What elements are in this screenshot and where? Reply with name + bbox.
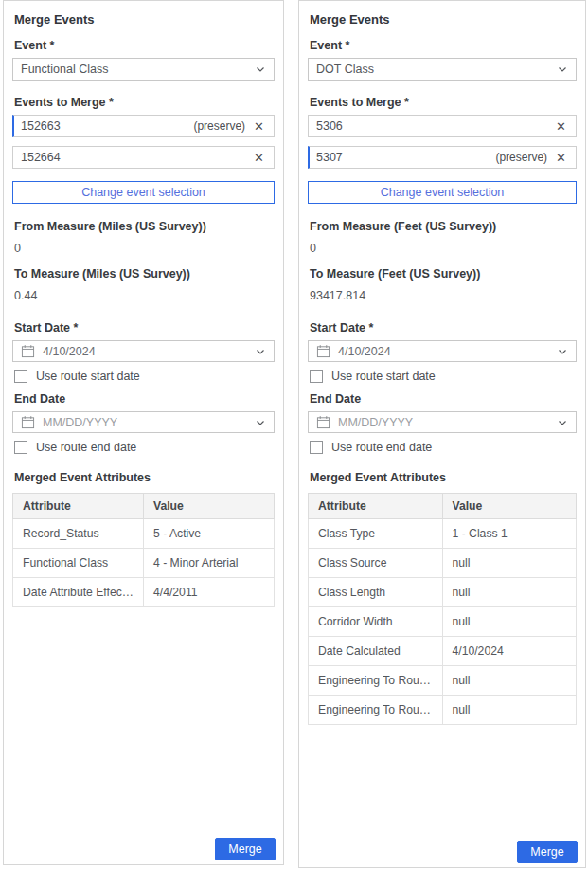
start-date-picker[interactable]: 4/10/2024 bbox=[12, 340, 275, 362]
table-cell: Engineering To Route ... bbox=[309, 696, 443, 725]
calendar-icon bbox=[316, 344, 330, 358]
event-to-merge-input[interactable]: 152663 (preserve) ✕ bbox=[12, 115, 275, 137]
use-route-start-date-row: Use route start date bbox=[310, 370, 577, 383]
table-row: Date Attribute Effective4/4/2011 bbox=[13, 578, 275, 607]
from-measure-label: From Measure (Feet (US Survey)) bbox=[310, 220, 577, 233]
table-cell: null bbox=[442, 549, 577, 578]
table-cell: 5 - Active bbox=[144, 519, 275, 549]
remove-event-icon[interactable]: ✕ bbox=[252, 151, 266, 165]
merged-event-attributes-title: Merged Event Attributes bbox=[310, 471, 577, 484]
table-cell: null bbox=[442, 666, 577, 696]
table-cell: 1 - Class 1 bbox=[442, 519, 577, 549]
chevron-down-icon bbox=[255, 63, 266, 75]
chevron-down-icon bbox=[255, 417, 266, 428]
table-row: Class Lengthnull bbox=[309, 578, 577, 607]
change-event-selection-button[interactable]: Change event selection bbox=[308, 181, 577, 204]
use-route-start-date-row: Use route start date bbox=[14, 370, 275, 383]
end-date-picker[interactable]: MM/DD/YYYY bbox=[12, 411, 275, 433]
end-date-placeholder: MM/DD/YYYY bbox=[43, 416, 247, 429]
table-cell: Date Attribute Effective bbox=[13, 578, 144, 607]
end-date-label: End Date bbox=[14, 392, 275, 406]
start-date-picker[interactable]: 4/10/2024 bbox=[308, 340, 577, 362]
use-route-end-date-label: Use route end date bbox=[331, 441, 432, 454]
event-id: 5307 bbox=[316, 151, 495, 164]
calendar-icon bbox=[21, 415, 35, 429]
use-route-start-date-checkbox[interactable] bbox=[310, 370, 323, 383]
calendar-icon bbox=[21, 344, 35, 358]
table-cell: Class Source bbox=[309, 549, 443, 578]
use-route-end-date-checkbox[interactable] bbox=[310, 441, 323, 454]
end-date-picker[interactable]: MM/DD/YYYY bbox=[308, 411, 577, 433]
from-measure-label: From Measure (Miles (US Survey)) bbox=[14, 220, 275, 233]
event-label: Event * bbox=[310, 39, 577, 52]
panel-title: Merge Events bbox=[310, 12, 577, 27]
table-row: Record_Status5 - Active bbox=[13, 519, 275, 549]
table-cell: Date Calculated bbox=[309, 637, 443, 666]
table-cell: Functional Class bbox=[13, 549, 144, 578]
use-route-start-date-checkbox[interactable] bbox=[14, 370, 27, 383]
to-measure-label: To Measure (Miles (US Survey)) bbox=[14, 267, 275, 281]
end-date-placeholder: MM/DD/YYYY bbox=[338, 416, 549, 429]
table-cell: Corridor Width bbox=[309, 607, 443, 637]
merge-button[interactable]: Merge bbox=[215, 838, 276, 860]
change-event-selection-button[interactable]: Change event selection bbox=[12, 181, 275, 204]
start-date-value: 4/10/2024 bbox=[338, 345, 549, 358]
table-cell: null bbox=[442, 578, 577, 607]
table-row: Class Type1 - Class 1 bbox=[309, 519, 577, 549]
from-measure-value: 0 bbox=[14, 242, 275, 255]
event-select[interactable]: Functional Class bbox=[12, 58, 275, 81]
start-date-label: Start Date * bbox=[310, 321, 577, 335]
remove-event-icon[interactable]: ✕ bbox=[554, 119, 568, 134]
table-cell: Engineering To RouteID bbox=[309, 666, 443, 696]
table-cell: Class Type bbox=[309, 519, 443, 549]
table-header-cell: Attribute bbox=[13, 494, 144, 519]
table-row: Class Sourcenull bbox=[309, 549, 577, 578]
table-header-cell: Attribute bbox=[309, 494, 443, 519]
preserve-tag: (preserve) bbox=[193, 119, 245, 133]
table-cell: Record_Status bbox=[13, 519, 144, 549]
merge-button[interactable]: Merge bbox=[517, 841, 578, 863]
table-header-cell: Value bbox=[442, 494, 577, 519]
events-to-merge-label: Events to Merge * bbox=[310, 96, 577, 109]
use-route-end-date-label: Use route end date bbox=[36, 441, 136, 454]
use-route-start-date-label: Use route start date bbox=[331, 370, 436, 383]
event-to-merge-input[interactable]: 5306 ✕ bbox=[308, 115, 577, 137]
end-date-label: End Date bbox=[310, 392, 577, 406]
event-to-merge-input[interactable]: 152664 ✕ bbox=[12, 146, 275, 169]
use-route-end-date-row: Use route end date bbox=[14, 441, 275, 454]
table-cell: Class Length bbox=[309, 578, 443, 607]
chevron-down-icon bbox=[557, 346, 568, 357]
chevron-down-icon bbox=[255, 346, 266, 357]
merge-events-panel-right: Merge Events Event * DOT Class Events to… bbox=[298, 0, 586, 868]
event-label: Event * bbox=[14, 39, 275, 52]
table-cell: null bbox=[442, 696, 577, 725]
remove-event-icon[interactable]: ✕ bbox=[554, 151, 568, 165]
merged-attributes-table: AttributeValueRecord_Status5 - ActiveFun… bbox=[12, 493, 275, 607]
table-row: Date Calculated4/10/2024 bbox=[309, 637, 577, 666]
table-row: Engineering To Route ...null bbox=[309, 696, 577, 725]
chevron-down-icon bbox=[557, 63, 568, 75]
event-select[interactable]: DOT Class bbox=[308, 58, 577, 81]
event-select-value: DOT Class bbox=[316, 63, 557, 76]
table-cell: null bbox=[442, 607, 577, 637]
to-measure-value: 0.44 bbox=[14, 289, 275, 302]
table-row: Functional Class4 - Minor Arterial bbox=[13, 549, 275, 578]
table-cell: 4/4/2011 bbox=[144, 578, 275, 607]
event-to-merge-input[interactable]: 5307 (preserve) ✕ bbox=[308, 146, 577, 169]
table-cell: 4 - Minor Arterial bbox=[144, 549, 275, 578]
to-measure-label: To Measure (Feet (US Survey)) bbox=[310, 267, 577, 281]
event-select-value: Functional Class bbox=[21, 63, 255, 76]
preserve-tag: (preserve) bbox=[495, 151, 547, 164]
use-route-start-date-label: Use route start date bbox=[36, 370, 140, 383]
merge-events-panel-left: Merge Events Event * Functional Class Ev… bbox=[3, 0, 284, 865]
table-header-cell: Value bbox=[144, 494, 275, 519]
start-date-label: Start Date * bbox=[14, 321, 275, 335]
chevron-down-icon bbox=[557, 417, 568, 428]
merged-event-attributes-title: Merged Event Attributes bbox=[14, 471, 275, 484]
use-route-end-date-checkbox[interactable] bbox=[14, 441, 27, 454]
merged-attributes-table: AttributeValueClass Type1 - Class 1Class… bbox=[308, 493, 577, 725]
table-row: Engineering To RouteIDnull bbox=[309, 666, 577, 696]
events-to-merge-label: Events to Merge * bbox=[14, 96, 275, 109]
remove-event-icon[interactable]: ✕ bbox=[252, 119, 266, 134]
event-id: 152663 bbox=[21, 119, 193, 133]
